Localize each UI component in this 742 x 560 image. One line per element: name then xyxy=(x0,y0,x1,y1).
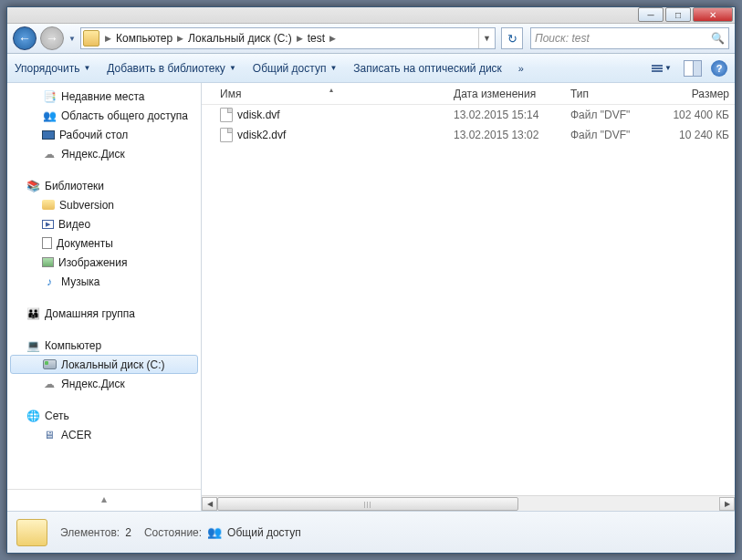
library-icon: 📚 xyxy=(26,179,40,193)
maximize-button[interactable]: □ xyxy=(665,7,691,22)
tree-acer[interactable]: 🖥ACER xyxy=(7,425,201,444)
file-list[interactable]: vdisk.dvf 13.02.2015 15:14 Файл "DVF" 10… xyxy=(202,105,735,495)
view-options-button[interactable]: ▼ xyxy=(645,58,678,78)
search-placeholder: Поиск: test xyxy=(535,32,590,45)
column-header-type[interactable]: Тип xyxy=(565,88,662,100)
status-state: Состояние: 👥 Общий доступ xyxy=(144,525,301,539)
music-icon: ♪ xyxy=(42,275,57,289)
document-icon xyxy=(42,237,52,249)
chevron-right-icon[interactable]: ▶ xyxy=(328,34,338,43)
file-size-cell: 102 400 КБ xyxy=(662,109,735,121)
column-header-size[interactable]: Размер xyxy=(662,88,735,100)
tree-yandex-disk-2[interactable]: ☁Яндекс.Диск xyxy=(7,374,201,393)
search-input[interactable]: Поиск: test 🔍 xyxy=(530,27,729,49)
file-date-cell: 13.02.2015 15:14 xyxy=(448,109,565,121)
preview-pane-button[interactable] xyxy=(684,60,702,77)
scroll-right-button[interactable]: ▶ xyxy=(719,497,735,511)
tree-pictures[interactable]: Изображения xyxy=(7,253,201,272)
chevron-down-icon: ▼ xyxy=(229,64,236,72)
tree-desktop[interactable]: Рабочий стол xyxy=(7,125,201,144)
folder-icon xyxy=(83,30,99,47)
scroll-track[interactable]: ||| xyxy=(217,497,719,511)
chevron-right-icon[interactable]: ▶ xyxy=(175,34,185,43)
tree-music[interactable]: ♪Музыка xyxy=(7,272,201,291)
breadcrumb-computer[interactable]: Компьютер xyxy=(113,28,175,48)
tree-homegroup[interactable]: 👪Домашняя группа xyxy=(7,304,201,323)
file-icon xyxy=(220,108,233,122)
homegroup-icon: 👪 xyxy=(26,306,40,321)
tree-subversion[interactable]: Subversion xyxy=(7,195,201,214)
scroll-thumb[interactable]: ||| xyxy=(217,497,518,511)
nav-history-dropdown[interactable]: ▼ xyxy=(68,30,77,47)
chevron-right-icon[interactable]: ▶ xyxy=(295,34,305,43)
horizontal-scrollbar[interactable]: ◀ ||| ▶ xyxy=(202,495,735,511)
breadcrumb-localdisk[interactable]: Локальный диск (C:) xyxy=(185,28,295,48)
minimize-button[interactable]: ─ xyxy=(638,7,664,22)
tree-computer[interactable]: 💻Компьютер xyxy=(7,336,201,355)
status-elements: Элементов: 2 xyxy=(60,526,131,539)
chevron-down-icon: ▼ xyxy=(664,64,672,72)
tree-yandex-disk[interactable]: ☁Яндекс.Диск xyxy=(7,144,201,163)
folder-icon xyxy=(42,200,55,210)
chevron-right-icon[interactable]: ▶ xyxy=(103,34,113,43)
server-icon: 🖥 xyxy=(42,428,57,442)
help-button[interactable]: ? xyxy=(711,60,727,77)
tree-public-share[interactable]: 👥Область общего доступа xyxy=(7,106,201,125)
video-icon: ▶ xyxy=(42,220,54,229)
share-icon: 👥 xyxy=(207,525,222,539)
search-icon: 🔍 xyxy=(711,32,725,45)
column-header-date[interactable]: Дата изменения xyxy=(448,88,565,100)
file-name-cell: vdisk2.dvf xyxy=(214,128,448,142)
cloud-icon: ☁ xyxy=(42,377,57,391)
overflow-chevron[interactable]: » xyxy=(518,63,524,74)
computer-icon: 💻 xyxy=(26,338,40,353)
tree-collapse-handle[interactable]: ▴ xyxy=(7,489,201,507)
file-type-cell: Файл "DVF" xyxy=(565,109,662,121)
file-name-cell: vdisk.dvf xyxy=(214,108,448,122)
scroll-left-button[interactable]: ◀ xyxy=(202,497,217,511)
column-headers: Имя Дата изменения Тип Размер xyxy=(202,83,735,105)
disk-icon xyxy=(43,359,57,369)
file-type-cell: Файл "DVF" xyxy=(565,129,662,141)
burn-button[interactable]: Записать на оптический диск xyxy=(353,62,502,75)
tree-local-disk-c[interactable]: Локальный диск (C:) xyxy=(10,355,198,374)
folder-icon xyxy=(16,519,47,546)
address-bar[interactable]: ▶ Компьютер ▶ Локальный диск (C:) ▶ test… xyxy=(80,27,496,49)
explorer-window: ─ □ ✕ ← → ▼ ▶ Компьютер ▶ Локальный диск… xyxy=(6,6,736,554)
column-header-name[interactable]: Имя xyxy=(214,88,448,100)
list-view-icon xyxy=(652,65,663,72)
tree-libraries[interactable]: 📚Библиотеки xyxy=(7,176,201,195)
close-button[interactable]: ✕ xyxy=(693,7,733,22)
recent-icon: 📑 xyxy=(42,89,57,104)
nav-bar: ← → ▼ ▶ Компьютер ▶ Локальный диск (C:) … xyxy=(7,24,735,54)
tree-recent-places[interactable]: 📑Недавние места xyxy=(7,87,201,106)
navigation-tree: 📑Недавние места 👥Область общего доступа … xyxy=(7,83,202,511)
desktop-icon xyxy=(42,130,55,140)
file-pane: Имя Дата изменения Тип Размер vdisk.dvf … xyxy=(202,83,735,511)
share-menu[interactable]: Общий доступ▼ xyxy=(253,62,338,75)
file-size-cell: 10 240 КБ xyxy=(662,129,735,141)
network-icon: 🌐 xyxy=(26,409,40,423)
address-dropdown[interactable]: ▼ xyxy=(478,28,495,48)
command-bar: Упорядочить▼ Добавить в библиотеку▼ Общи… xyxy=(7,54,735,83)
file-row[interactable]: vdisk2.dvf 13.02.2015 13:02 Файл "DVF" 1… xyxy=(202,125,735,145)
file-row[interactable]: vdisk.dvf 13.02.2015 15:14 Файл "DVF" 10… xyxy=(202,105,735,125)
file-icon xyxy=(220,128,233,142)
breadcrumb-test[interactable]: test xyxy=(305,28,328,48)
add-to-library-menu[interactable]: Добавить в библиотеку▼ xyxy=(107,62,235,75)
details-pane: Элементов: 2 Состояние: 👥 Общий доступ xyxy=(7,511,735,553)
back-button[interactable]: ← xyxy=(13,26,37,50)
cloud-icon: ☁ xyxy=(42,147,57,161)
chevron-down-icon: ▼ xyxy=(83,64,90,72)
pictures-icon xyxy=(42,257,54,267)
file-date-cell: 13.02.2015 13:02 xyxy=(448,129,565,141)
tree-network[interactable]: 🌐Сеть xyxy=(7,406,201,425)
tree-documents[interactable]: Документы xyxy=(7,233,201,253)
content-area: 📑Недавние места 👥Область общего доступа … xyxy=(7,83,735,511)
tree-video[interactable]: ▶Видео xyxy=(7,214,201,233)
chevron-down-icon: ▼ xyxy=(329,64,337,72)
organize-menu[interactable]: Упорядочить▼ xyxy=(15,62,90,75)
forward-button[interactable]: → xyxy=(40,26,64,50)
titlebar: ─ □ ✕ xyxy=(7,7,735,24)
refresh-button[interactable]: ↻ xyxy=(501,27,523,49)
